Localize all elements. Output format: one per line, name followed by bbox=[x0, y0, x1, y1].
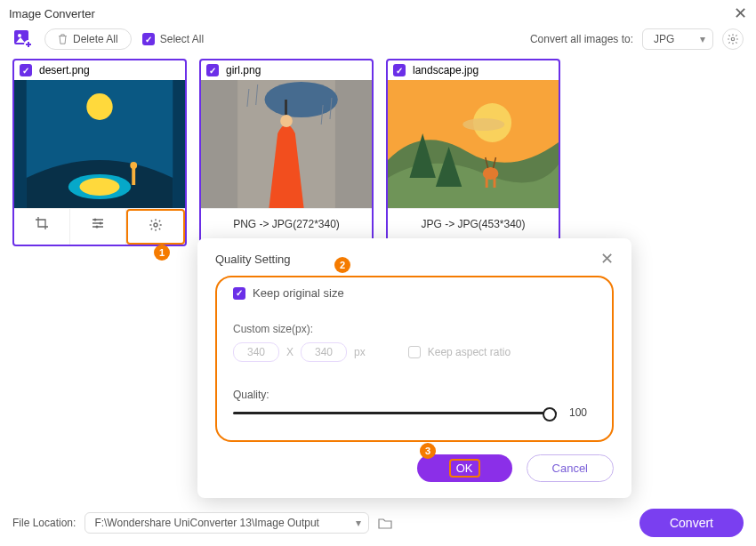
px-label: px bbox=[354, 346, 366, 358]
custom-size-label: Custom size(px): bbox=[233, 323, 596, 335]
settings-gear-icon[interactable] bbox=[722, 28, 744, 50]
file-location-label: File Location: bbox=[12, 517, 76, 529]
height-input[interactable]: 340 bbox=[301, 342, 347, 362]
card-footer: PNG -> JPG(272*340) bbox=[201, 208, 372, 239]
keep-original-label: Keep original size bbox=[253, 286, 344, 300]
svg-point-16 bbox=[265, 82, 338, 117]
svg-point-9 bbox=[130, 162, 137, 169]
file-location-select[interactable]: F:\Wondershare UniConverter 13\Image Out… bbox=[84, 512, 369, 534]
svg-point-10 bbox=[94, 219, 97, 221]
image-card[interactable]: landscape.jpg JPG -> JPG(453*340) bbox=[386, 59, 560, 246]
dialog-title: Quality Setting bbox=[215, 253, 291, 266]
card-footer: JPG -> JPG(453*340) bbox=[388, 208, 559, 239]
card-checkbox[interactable] bbox=[206, 64, 219, 76]
svg-point-13 bbox=[154, 223, 157, 227]
adjust-tool-icon[interactable] bbox=[70, 209, 126, 245]
svg-point-18 bbox=[280, 115, 293, 127]
card-checkbox[interactable] bbox=[393, 64, 406, 76]
card-filename: landscape.jpg bbox=[413, 64, 479, 76]
image-card[interactable]: girl.png PNG -> JPG(272*340) bbox=[199, 59, 374, 246]
keep-original-checkbox[interactable]: Keep original size bbox=[233, 286, 596, 300]
trash-icon bbox=[58, 34, 68, 44]
callout-badge-3: 3 bbox=[420, 443, 436, 459]
select-all-checkbox[interactable]: Select All bbox=[142, 33, 204, 45]
quality-label: Quality: bbox=[233, 389, 596, 401]
svg-point-3 bbox=[731, 37, 735, 41]
keep-aspect-checkbox[interactable] bbox=[408, 346, 421, 358]
checkbox-checked-icon bbox=[233, 287, 245, 300]
card-filename: girl.png bbox=[226, 64, 261, 76]
format-select[interactable]: JPG bbox=[642, 28, 713, 50]
folder-icon[interactable] bbox=[378, 517, 392, 529]
card-filename: desert.png bbox=[39, 64, 90, 76]
checkbox-checked-icon bbox=[142, 33, 155, 45]
window-title: Image Converter bbox=[9, 7, 95, 20]
callout-badge-2: 2 bbox=[334, 257, 350, 273]
thumbnail-landscape bbox=[388, 80, 559, 208]
add-image-icon[interactable] bbox=[12, 28, 34, 50]
image-card[interactable]: desert.png bbox=[12, 59, 187, 246]
quality-slider[interactable] bbox=[233, 412, 557, 414]
svg-point-11 bbox=[100, 222, 102, 225]
keep-aspect-label: Keep aspect ratio bbox=[428, 346, 511, 358]
cancel-button[interactable]: Cancel bbox=[527, 454, 614, 482]
close-icon[interactable]: ✕ bbox=[734, 4, 747, 23]
dialog-close-icon[interactable]: ✕ bbox=[600, 249, 614, 269]
delete-all-label: Delete All bbox=[73, 33, 118, 45]
svg-point-26 bbox=[483, 167, 499, 180]
svg-point-25 bbox=[462, 118, 504, 131]
convert-all-label: Convert all images to: bbox=[530, 33, 633, 45]
quality-value: 100 bbox=[569, 406, 596, 419]
svg-point-6 bbox=[86, 93, 112, 120]
crop-tool-icon[interactable] bbox=[14, 209, 70, 245]
quality-gear-tool-icon[interactable] bbox=[126, 209, 185, 245]
convert-button[interactable]: Convert bbox=[639, 509, 744, 537]
svg-rect-8 bbox=[132, 167, 135, 185]
callout-badge-1: 1 bbox=[154, 245, 170, 261]
svg-point-12 bbox=[96, 226, 99, 229]
svg-rect-28 bbox=[494, 177, 496, 188]
quality-setting-dialog: Quality Setting ✕ Keep original size Cus… bbox=[197, 238, 631, 498]
width-input[interactable]: 340 bbox=[233, 342, 279, 362]
dialog-highlight-region: Keep original size Custom size(px): 340 … bbox=[215, 276, 614, 442]
thumbnail-girl bbox=[201, 80, 372, 208]
by-label: X bbox=[286, 346, 294, 358]
svg-rect-27 bbox=[486, 177, 488, 188]
card-checkbox[interactable] bbox=[20, 64, 32, 76]
delete-all-button[interactable]: Delete All bbox=[44, 28, 132, 50]
svg-point-1 bbox=[18, 34, 21, 37]
select-all-label: Select All bbox=[160, 33, 204, 45]
thumbnail-desert bbox=[14, 80, 185, 208]
ok-button[interactable]: OK bbox=[417, 454, 512, 482]
